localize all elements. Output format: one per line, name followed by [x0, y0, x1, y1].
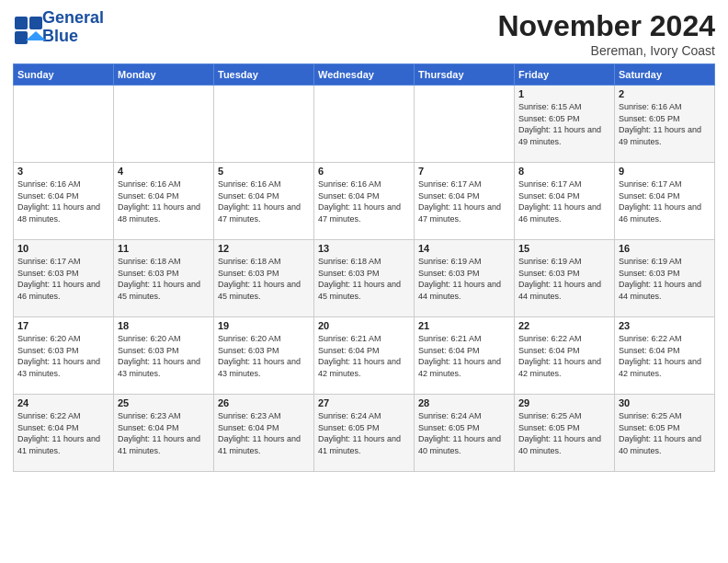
calendar-cell: 2Sunrise: 6:16 AM Sunset: 6:05 PM Daylig… — [615, 86, 715, 163]
day-info: Sunrise: 6:23 AM Sunset: 6:04 PM Dayligh… — [218, 410, 310, 456]
calendar-cell: 9Sunrise: 6:17 AM Sunset: 6:04 PM Daylig… — [615, 163, 715, 240]
day-number: 27 — [318, 397, 410, 408]
day-info: Sunrise: 6:17 AM Sunset: 6:04 PM Dayligh… — [619, 178, 711, 224]
day-number: 15 — [518, 243, 610, 254]
day-number: 16 — [619, 243, 711, 254]
calendar-cell: 26Sunrise: 6:23 AM Sunset: 6:04 PM Dayli… — [214, 395, 314, 472]
header: General Blue November 2024 Bereman, Ivor… — [13, 9, 715, 58]
calendar-week-3: 17Sunrise: 6:20 AM Sunset: 6:03 PM Dayli… — [14, 317, 715, 395]
day-number: 5 — [218, 166, 310, 177]
logo-text: General Blue — [42, 9, 104, 46]
calendar-cell: 7Sunrise: 6:17 AM Sunset: 6:04 PM Daylig… — [415, 163, 515, 240]
calendar-cell — [14, 86, 114, 163]
calendar-cell: 6Sunrise: 6:16 AM Sunset: 6:04 PM Daylig… — [314, 163, 415, 240]
day-info: Sunrise: 6:17 AM Sunset: 6:04 PM Dayligh… — [418, 178, 510, 224]
logo: General Blue — [13, 9, 104, 46]
day-info: Sunrise: 6:17 AM Sunset: 6:03 PM Dayligh… — [17, 256, 109, 302]
calendar-cell: 23Sunrise: 6:22 AM Sunset: 6:04 PM Dayli… — [615, 317, 715, 395]
day-info: Sunrise: 6:15 AM Sunset: 6:05 PM Dayligh… — [518, 101, 610, 147]
col-friday: Friday — [515, 64, 615, 86]
col-saturday: Saturday — [615, 64, 715, 86]
calendar-table: Sunday Monday Tuesday Wednesday Thursday… — [13, 63, 715, 472]
title-block: November 2024 Bereman, Ivory Coast — [497, 9, 715, 58]
day-number: 20 — [318, 320, 410, 331]
day-number: 19 — [218, 320, 310, 331]
calendar-week-4: 24Sunrise: 6:22 AM Sunset: 6:04 PM Dayli… — [14, 395, 715, 472]
calendar-cell: 4Sunrise: 6:16 AM Sunset: 6:04 PM Daylig… — [114, 163, 214, 240]
calendar-cell: 11Sunrise: 6:18 AM Sunset: 6:03 PM Dayli… — [114, 240, 214, 317]
svg-rect-2 — [15, 31, 28, 44]
header-row: Sunday Monday Tuesday Wednesday Thursday… — [14, 64, 715, 86]
col-tuesday: Tuesday — [214, 64, 314, 86]
day-number: 26 — [218, 397, 310, 408]
day-info: Sunrise: 6:19 AM Sunset: 6:03 PM Dayligh… — [619, 256, 711, 302]
day-info: Sunrise: 6:20 AM Sunset: 6:03 PM Dayligh… — [118, 333, 210, 379]
calendar-cell: 10Sunrise: 6:17 AM Sunset: 6:03 PM Dayli… — [14, 240, 114, 317]
calendar-cell: 20Sunrise: 6:21 AM Sunset: 6:04 PM Dayli… — [314, 317, 415, 395]
calendar-cell: 30Sunrise: 6:25 AM Sunset: 6:05 PM Dayli… — [615, 395, 715, 472]
calendar-cell — [114, 86, 214, 163]
day-number: 18 — [118, 320, 210, 331]
day-number: 29 — [518, 397, 610, 408]
day-number: 25 — [118, 397, 210, 408]
logo-line1: General — [42, 9, 104, 28]
day-info: Sunrise: 6:21 AM Sunset: 6:04 PM Dayligh… — [418, 333, 510, 379]
day-number: 22 — [518, 320, 610, 331]
calendar-cell: 19Sunrise: 6:20 AM Sunset: 6:03 PM Dayli… — [214, 317, 314, 395]
page: General Blue November 2024 Bereman, Ivor… — [0, 0, 728, 481]
day-number: 11 — [118, 243, 210, 254]
day-info: Sunrise: 6:18 AM Sunset: 6:03 PM Dayligh… — [118, 256, 210, 302]
calendar-cell: 25Sunrise: 6:23 AM Sunset: 6:04 PM Dayli… — [114, 395, 214, 472]
day-number: 3 — [17, 166, 109, 177]
calendar-cell: 17Sunrise: 6:20 AM Sunset: 6:03 PM Dayli… — [14, 317, 114, 395]
calendar-cell — [314, 86, 415, 163]
day-info: Sunrise: 6:19 AM Sunset: 6:03 PM Dayligh… — [518, 256, 610, 302]
calendar-cell: 24Sunrise: 6:22 AM Sunset: 6:04 PM Dayli… — [14, 395, 114, 472]
calendar-cell: 28Sunrise: 6:24 AM Sunset: 6:05 PM Dayli… — [415, 395, 515, 472]
day-info: Sunrise: 6:17 AM Sunset: 6:04 PM Dayligh… — [518, 178, 610, 224]
day-info: Sunrise: 6:25 AM Sunset: 6:05 PM Dayligh… — [619, 410, 711, 456]
day-info: Sunrise: 6:18 AM Sunset: 6:03 PM Dayligh… — [318, 256, 410, 302]
day-number: 8 — [518, 166, 610, 177]
day-info: Sunrise: 6:20 AM Sunset: 6:03 PM Dayligh… — [17, 333, 109, 379]
calendar-cell: 15Sunrise: 6:19 AM Sunset: 6:03 PM Dayli… — [515, 240, 615, 317]
calendar-week-1: 3Sunrise: 6:16 AM Sunset: 6:04 PM Daylig… — [14, 163, 715, 240]
location-subtitle: Bereman, Ivory Coast — [497, 43, 715, 58]
day-number: 10 — [17, 243, 109, 254]
day-info: Sunrise: 6:18 AM Sunset: 6:03 PM Dayligh… — [218, 256, 310, 302]
day-number: 6 — [318, 166, 410, 177]
day-info: Sunrise: 6:20 AM Sunset: 6:03 PM Dayligh… — [218, 333, 310, 379]
day-number: 24 — [17, 397, 109, 408]
day-number: 28 — [418, 397, 510, 408]
day-number: 7 — [418, 166, 510, 177]
svg-rect-1 — [29, 17, 42, 29]
day-number: 9 — [619, 166, 711, 177]
calendar-cell: 16Sunrise: 6:19 AM Sunset: 6:03 PM Dayli… — [615, 240, 715, 317]
svg-marker-3 — [26, 31, 46, 40]
day-number: 1 — [518, 88, 610, 99]
col-sunday: Sunday — [14, 64, 114, 86]
svg-rect-0 — [15, 17, 28, 29]
day-info: Sunrise: 6:16 AM Sunset: 6:04 PM Dayligh… — [17, 178, 109, 224]
calendar-cell: 3Sunrise: 6:16 AM Sunset: 6:04 PM Daylig… — [14, 163, 114, 240]
calendar-week-0: 1Sunrise: 6:15 AM Sunset: 6:05 PM Daylig… — [14, 86, 715, 163]
day-number: 2 — [619, 88, 711, 99]
calendar-cell: 22Sunrise: 6:22 AM Sunset: 6:04 PM Dayli… — [515, 317, 615, 395]
calendar-cell: 27Sunrise: 6:24 AM Sunset: 6:05 PM Dayli… — [314, 395, 415, 472]
day-number: 23 — [619, 320, 711, 331]
day-info: Sunrise: 6:16 AM Sunset: 6:04 PM Dayligh… — [118, 178, 210, 224]
day-info: Sunrise: 6:16 AM Sunset: 6:04 PM Dayligh… — [318, 178, 410, 224]
day-info: Sunrise: 6:21 AM Sunset: 6:04 PM Dayligh… — [318, 333, 410, 379]
day-number: 13 — [318, 243, 410, 254]
calendar-cell: 12Sunrise: 6:18 AM Sunset: 6:03 PM Dayli… — [214, 240, 314, 317]
day-info: Sunrise: 6:16 AM Sunset: 6:05 PM Dayligh… — [619, 101, 711, 147]
col-wednesday: Wednesday — [314, 64, 415, 86]
calendar-cell: 5Sunrise: 6:16 AM Sunset: 6:04 PM Daylig… — [214, 163, 314, 240]
calendar-cell: 18Sunrise: 6:20 AM Sunset: 6:03 PM Dayli… — [114, 317, 214, 395]
calendar-cell — [415, 86, 515, 163]
month-title: November 2024 — [497, 9, 715, 43]
day-info: Sunrise: 6:24 AM Sunset: 6:05 PM Dayligh… — [318, 410, 410, 456]
day-info: Sunrise: 6:19 AM Sunset: 6:03 PM Dayligh… — [418, 256, 510, 302]
day-info: Sunrise: 6:22 AM Sunset: 6:04 PM Dayligh… — [619, 333, 711, 379]
calendar-header: Sunday Monday Tuesday Wednesday Thursday… — [14, 64, 715, 86]
